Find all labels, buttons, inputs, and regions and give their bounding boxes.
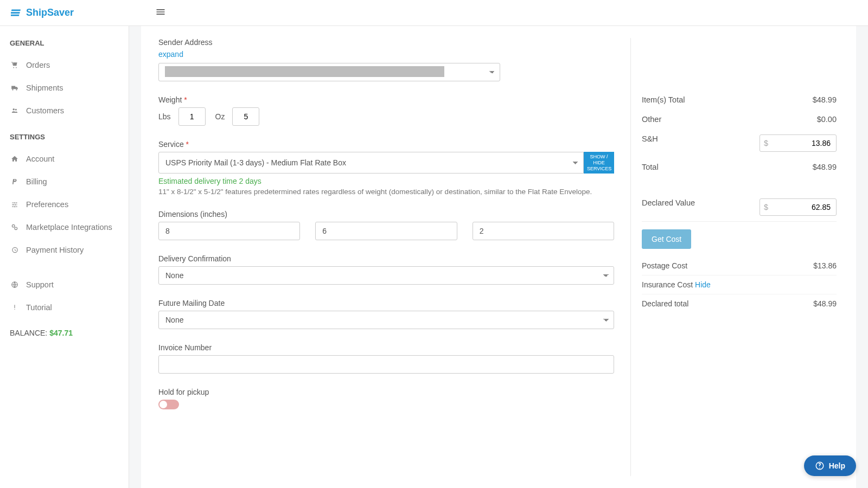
declared-value-label: Declared Value	[642, 198, 695, 216]
nav-account[interactable]: Account	[0, 147, 129, 170]
total-label: Total	[642, 163, 659, 171]
postage-cost-value: $13.86	[813, 261, 837, 270]
svg-point-3	[16, 89, 17, 90]
nav-shipments[interactable]: Shipments	[0, 76, 129, 99]
nav-label: Account	[26, 155, 54, 163]
balance-amount: $47.71	[49, 329, 73, 337]
service-select[interactable]: USPS Priority Mail (1-3 days) - Medium F…	[158, 152, 584, 174]
declared-total-label: Declared total	[642, 299, 688, 308]
insurance-cost-label: Insurance Cost Hide	[642, 280, 711, 289]
delivery-confirmation-label: Delivery Confirmation	[158, 254, 614, 263]
balance-display: BALANCE: $47.71	[0, 319, 129, 347]
redacted-address	[165, 66, 444, 77]
svg-point-7	[15, 227, 17, 230]
items-total-value: $48.99	[813, 95, 837, 104]
svg-point-2	[12, 89, 13, 90]
svg-point-0	[13, 67, 14, 68]
help-button[interactable]: Help	[804, 455, 856, 476]
dollar-icon: $	[764, 139, 768, 147]
invoice-input[interactable]	[158, 355, 614, 374]
service-description: 11" x 8-1/2" x 5-1/2" features predeterm…	[158, 188, 614, 196]
globe-icon	[10, 281, 20, 288]
dimensions-label: Dimensions (inches)	[158, 210, 614, 219]
nav-marketplace[interactable]: Marketplace Integrations	[0, 216, 129, 239]
section-settings: SETTINGS	[0, 130, 129, 147]
future-mailing-label: Future Mailing Date	[158, 299, 614, 307]
other-label: Other	[642, 115, 661, 124]
nav-customers[interactable]: Customers	[0, 99, 129, 122]
future-mailing-select[interactable]: None	[158, 311, 614, 329]
declared-value-input[interactable]	[760, 198, 837, 216]
help-label: Help	[829, 461, 845, 470]
nav-billing[interactable]: Billing	[0, 170, 129, 193]
nav-preferences[interactable]: Preferences	[0, 193, 129, 216]
brand-name: ShipSaver	[26, 7, 74, 18]
sh-label: S&H	[642, 134, 658, 152]
oz-label: Oz	[215, 112, 225, 121]
hold-pickup-toggle[interactable]	[158, 400, 179, 409]
nav-label: Customers	[26, 106, 64, 115]
nav-label: Support	[26, 280, 54, 289]
hamburger-icon	[155, 7, 166, 17]
sender-address-label: Sender Address	[158, 38, 614, 47]
items-total-label: Item(s) Total	[642, 95, 685, 104]
nav-label: Payment History	[26, 246, 84, 254]
nav-orders[interactable]: Orders	[0, 54, 129, 76]
nav-label: Shipments	[26, 84, 63, 92]
hide-link[interactable]: Hide	[695, 280, 711, 289]
nav-label: Tutorial	[26, 303, 52, 312]
hold-pickup-label: Hold for pickup	[158, 388, 614, 396]
help-icon	[815, 461, 825, 471]
svg-point-1	[16, 67, 17, 68]
delivery-estimate: Estimated delivery time 2 days	[158, 177, 614, 185]
dim-length-input[interactable]	[158, 222, 300, 240]
delivery-confirmation-select[interactable]: None	[158, 266, 614, 285]
cart-icon	[10, 61, 20, 69]
total-value: $48.99	[813, 163, 837, 171]
nav-label: Billing	[26, 177, 47, 186]
sidebar: GENERAL Orders Shipments Customers SETTI…	[0, 26, 129, 488]
truck-icon	[10, 84, 20, 92]
weight-label: Weight *	[158, 95, 614, 104]
nav-tutorial[interactable]: Tutorial	[0, 296, 129, 319]
oz-input[interactable]	[232, 107, 259, 126]
balance-label: BALANCE:	[10, 329, 49, 337]
sh-input[interactable]	[760, 134, 837, 152]
dim-height-input[interactable]	[473, 222, 614, 240]
declared-total-value: $48.99	[813, 299, 837, 308]
expand-link[interactable]: expand	[158, 50, 183, 59]
show-hide-services-button[interactable]: SHOW / HIDE SERVICES	[584, 152, 614, 174]
sliders-icon	[10, 201, 20, 208]
dollar-icon: $	[764, 203, 768, 211]
postage-cost-label: Postage Cost	[642, 261, 687, 270]
other-value: $0.00	[817, 115, 837, 124]
exclamation-icon	[10, 304, 20, 311]
cogs-icon	[10, 223, 20, 231]
brand-logo[interactable]: ShipSaver	[11, 7, 74, 19]
nav-label: Orders	[26, 61, 50, 69]
paypal-icon	[10, 178, 20, 185]
service-label: Service *	[158, 140, 614, 149]
home-icon	[10, 155, 20, 163]
section-general: GENERAL	[0, 36, 129, 54]
menu-toggle[interactable]	[155, 7, 166, 19]
nav-label: Preferences	[26, 200, 68, 209]
lbs-label: Lbs	[158, 112, 171, 121]
svg-point-4	[13, 108, 15, 111]
nav-payment-history[interactable]: Payment History	[0, 239, 129, 261]
invoice-label: Invoice Number	[158, 343, 614, 352]
dim-width-input[interactable]	[315, 222, 457, 240]
lbs-input[interactable]	[178, 107, 206, 126]
get-cost-button[interactable]: Get Cost	[642, 229, 691, 249]
logo-icon	[11, 7, 23, 19]
nav-support[interactable]: Support	[0, 273, 129, 296]
history-icon	[10, 246, 20, 254]
users-icon	[10, 107, 20, 114]
svg-point-6	[12, 224, 15, 227]
svg-point-5	[15, 109, 17, 111]
nav-label: Marketplace Integrations	[26, 223, 112, 232]
